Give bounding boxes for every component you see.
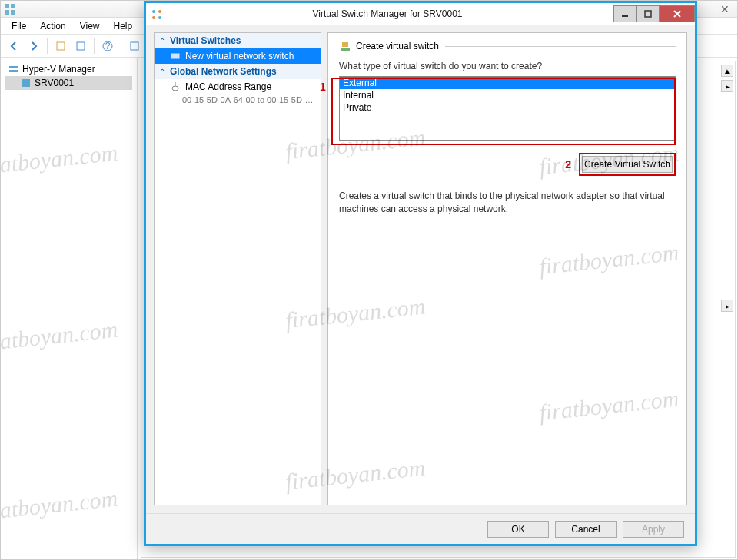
mac-range-value: 00-15-5D-0A-64-00 to 00-15-5D-0...	[155, 94, 321, 105]
nav-back-button[interactable]	[5, 38, 22, 55]
switch-type-prompt: What type of virtual switch do you want …	[339, 61, 676, 71]
tree-server-label: SRV0001	[35, 78, 74, 88]
ok-button[interactable]: OK	[487, 521, 549, 538]
switch-type-listbox[interactable]: External Internal Private	[339, 76, 676, 141]
svg-rect-17	[645, 11, 651, 17]
svg-rect-5	[77, 42, 85, 50]
svg-rect-2	[5, 10, 9, 15]
dialog-content-panel: Create virtual switch What type of virtu…	[327, 32, 687, 505]
nav-mac-address-range[interactable]: MAC Address Range	[155, 79, 321, 94]
switch-icon	[170, 51, 181, 61]
scroll-right-arrow[interactable]: ▸	[721, 80, 733, 92]
virtual-switch-manager-dialog: Virtual Switch Manager for SRV0001 ⌃ Vir…	[144, 1, 697, 546]
category-global-settings[interactable]: ⌃ Global Network Settings	[155, 64, 321, 79]
collapse-icon: ⌃	[159, 68, 165, 76]
tree-root-hyperv[interactable]: Hyper-V Manager	[5, 62, 132, 76]
svg-point-19	[172, 86, 178, 91]
switch-wizard-icon	[339, 41, 350, 51]
maximize-button[interactable]	[637, 5, 660, 22]
menu-view[interactable]: View	[74, 19, 106, 33]
category-label: Virtual Switches	[170, 35, 241, 46]
app-icon	[4, 3, 16, 15]
svg-rect-3	[11, 10, 15, 15]
svg-rect-22	[341, 48, 350, 51]
parent-close-icon[interactable]: ✕	[714, 3, 736, 15]
server-group-icon	[8, 64, 19, 75]
server-icon	[21, 78, 32, 88]
apply-button[interactable]: Apply	[623, 521, 684, 538]
annotation-2-highlight: Create Virtual Switch	[579, 153, 676, 176]
nav-new-virtual-switch[interactable]: New virtual network switch	[155, 48, 321, 64]
dialog-nav-panel: ⌃ Virtual Switches New virtual network s…	[154, 32, 321, 505]
category-virtual-switches[interactable]: ⌃ Virtual Switches	[155, 33, 321, 48]
toolbar-separator	[94, 38, 95, 54]
dialog-icon	[151, 8, 161, 19]
svg-rect-21	[342, 42, 348, 47]
svg-rect-0	[5, 4, 9, 8]
collapse-icon: ⌃	[159, 37, 165, 45]
svg-point-14	[152, 16, 155, 19]
parent-nav-tree: Hyper-V Manager SRV0001	[1, 58, 138, 560]
close-button[interactable]	[660, 5, 695, 22]
svg-rect-18	[171, 54, 179, 58]
option-external[interactable]: External	[340, 77, 675, 89]
category-label: Global Network Settings	[170, 66, 277, 77]
scroll-up-button[interactable]: ▲	[721, 65, 733, 77]
option-private[interactable]: Private	[340, 101, 675, 114]
cancel-button[interactable]: Cancel	[555, 521, 617, 538]
svg-rect-11	[22, 79, 30, 87]
svg-rect-1	[11, 4, 15, 8]
minimize-button[interactable]	[613, 5, 637, 22]
svg-point-12	[152, 10, 155, 13]
toolbar-help-button[interactable]: ?	[99, 38, 116, 55]
toolbar-btn-1[interactable]	[52, 38, 69, 55]
dialog-footer: OK Cancel Apply	[146, 513, 695, 544]
svg-text:?: ?	[105, 41, 111, 51]
annotation-1: 1	[320, 81, 326, 93]
toolbar-separator	[121, 38, 121, 54]
svg-rect-8	[131, 42, 138, 50]
menu-help[interactable]: Help	[108, 19, 139, 33]
tree-root-label: Hyper-V Manager	[22, 64, 95, 75]
option-internal[interactable]: Internal	[340, 89, 675, 101]
svg-rect-10	[9, 70, 18, 72]
toolbar-btn-3[interactable]	[126, 38, 143, 55]
menu-file[interactable]: File	[5, 19, 32, 33]
heading-divider	[445, 46, 676, 47]
annotation-2: 2	[565, 158, 571, 171]
panel-heading: Create virtual switch	[356, 41, 439, 51]
tree-server-item[interactable]: SRV0001	[5, 76, 132, 90]
svg-rect-4	[57, 42, 65, 50]
create-virtual-switch-button[interactable]: Create Virtual Switch	[582, 156, 673, 173]
svg-rect-9	[9, 66, 18, 68]
toolbar-btn-2[interactable]	[72, 38, 89, 55]
dialog-title: Virtual Switch Manager for SRV0001	[161, 8, 613, 19]
scroll-right-arrow-2[interactable]: ▸	[721, 300, 733, 312]
dialog-titlebar: Virtual Switch Manager for SRV0001	[146, 3, 695, 25]
switch-type-description: Creates a virtual switch that binds to t…	[339, 190, 676, 216]
mac-icon	[170, 81, 181, 92]
nav-item-label: MAC Address Range	[185, 81, 271, 92]
menu-action[interactable]: Action	[34, 19, 71, 33]
toolbar-separator	[47, 38, 48, 54]
nav-item-label: New virtual network switch	[185, 51, 294, 61]
nav-forward-button[interactable]	[25, 38, 42, 55]
